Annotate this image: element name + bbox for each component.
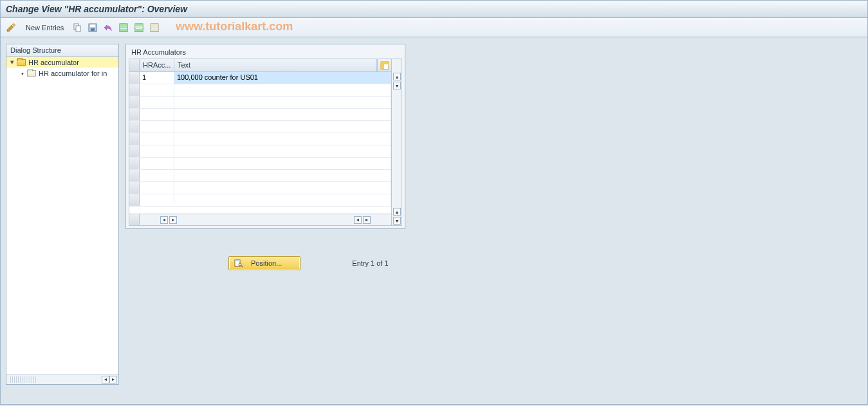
main-content: HR Accumulators HRAcc... Text 1 (125, 44, 405, 270)
scroll-left-icon[interactable]: ◂ (160, 216, 168, 224)
svg-rect-19 (381, 62, 389, 64)
cell-hracc[interactable] (140, 133, 174, 145)
row-selector[interactable] (129, 109, 140, 120)
scroll-down-icon[interactable]: ▾ (393, 217, 401, 225)
cell-hracc[interactable] (140, 145, 174, 157)
col-text-header[interactable]: Text (174, 59, 377, 71)
folder-open-icon (17, 59, 26, 66)
table-row[interactable] (129, 133, 391, 145)
table-row[interactable] (129, 158, 391, 170)
table-row[interactable]: 1 100,000 counter for US01 (129, 72, 391, 84)
table-row[interactable] (129, 121, 391, 133)
save-variant-icon[interactable] (86, 21, 99, 34)
cell-hracc[interactable] (140, 182, 174, 194)
table-row[interactable] (129, 109, 391, 121)
row-selector[interactable] (129, 84, 140, 96)
svg-point-22 (239, 263, 241, 266)
position-icon (234, 259, 243, 268)
svg-rect-12 (135, 29, 143, 31)
cell-text[interactable] (174, 84, 391, 96)
undo-icon[interactable] (102, 21, 115, 34)
cell-text[interactable] (174, 170, 391, 181)
table-row[interactable] (129, 145, 391, 158)
row-selector[interactable] (129, 182, 140, 194)
scroll-right-icon[interactable]: ▸ (363, 216, 371, 224)
svg-rect-4 (91, 28, 95, 31)
scroll-left-icon[interactable]: ◂ (354, 216, 362, 224)
cell-hracc[interactable] (140, 121, 174, 133)
row-selector[interactable] (129, 121, 140, 133)
svg-rect-10 (135, 24, 143, 26)
cell-text[interactable] (174, 194, 391, 206)
cell-hracc[interactable] (140, 158, 174, 169)
bottom-row: Position... Entry 1 of 1 (125, 256, 405, 270)
row-selector[interactable] (129, 133, 140, 145)
svg-rect-6 (120, 24, 127, 26)
dialog-structure-panel: Dialog Structure ▾ HR accumulator • HR a… (6, 44, 119, 385)
row-selector[interactable] (129, 158, 140, 169)
cell-hracc[interactable]: 1 (140, 72, 174, 84)
col-hracc-header[interactable]: HRAcc... (140, 59, 174, 71)
svg-rect-3 (90, 24, 95, 27)
svg-rect-16 (151, 29, 158, 31)
select-all-icon[interactable] (117, 21, 130, 34)
scroll-up-icon[interactable]: ▴ (393, 73, 401, 80)
table-row[interactable] (129, 182, 391, 194)
table-vscroll: ▴ ▾ ▴ ▾ (391, 59, 402, 225)
copy-icon[interactable] (71, 21, 84, 34)
position-button[interactable]: Position... (228, 256, 300, 270)
tree-bullet-icon: • (19, 69, 26, 77)
table-row[interactable] (129, 194, 391, 207)
scroll-right-icon[interactable]: ▸ (109, 376, 117, 383)
tree-item-hr-accumulator-child[interactable]: • HR accumulator for in (6, 68, 118, 78)
svg-rect-15 (151, 26, 158, 28)
cell-hracc[interactable] (140, 170, 174, 181)
new-entries-button[interactable]: New Entries (21, 22, 68, 33)
scroll-down-icon[interactable]: ▾ (393, 82, 401, 89)
cell-text[interactable] (174, 182, 391, 194)
work-area: Dialog Structure ▾ HR accumulator • HR a… (0, 37, 868, 405)
row-selector[interactable] (129, 97, 140, 108)
svg-rect-7 (120, 26, 127, 28)
edit-icon[interactable] (5, 21, 17, 34)
select-block-icon[interactable] (133, 21, 145, 34)
table-row[interactable] (129, 97, 391, 109)
tree-item-label: HR accumulator for in (39, 69, 107, 77)
table-row[interactable] (129, 84, 391, 97)
cell-text[interactable] (174, 97, 391, 108)
tree-collapse-icon[interactable]: ▾ (9, 58, 15, 66)
deselect-all-icon[interactable] (148, 21, 161, 34)
position-button-label: Position... (251, 259, 282, 267)
hr-accumulators-panel: HR Accumulators HRAcc... Text 1 (125, 44, 405, 229)
dialog-structure-tree: ▾ HR accumulator • HR accumulator for in (6, 57, 118, 374)
cell-text[interactable] (174, 121, 391, 133)
table-row[interactable] (129, 170, 391, 182)
cell-hracc[interactable] (140, 109, 174, 120)
svg-rect-14 (151, 24, 158, 26)
cell-text[interactable] (174, 133, 391, 145)
table-header: HRAcc... Text (129, 59, 391, 72)
scroll-grip-icon[interactable] (10, 376, 36, 383)
svg-rect-21 (235, 260, 240, 261)
tree-item-hr-accumulator[interactable]: ▾ HR accumulator (6, 57, 118, 68)
cell-text[interactable] (174, 158, 391, 169)
scroll-left-icon[interactable]: ◂ (102, 376, 109, 383)
cell-hracc[interactable] (140, 97, 174, 108)
cell-hracc[interactable] (140, 194, 174, 206)
cell-text[interactable] (174, 109, 391, 120)
cell-text[interactable]: 100,000 counter for US01 (174, 72, 391, 84)
page-title: Change View "HR accumulator": Overview (6, 4, 187, 14)
cell-hracc[interactable] (140, 84, 174, 96)
row-selector[interactable] (129, 145, 140, 157)
watermark: www.tutorialkart.com (176, 20, 293, 33)
scroll-right-icon[interactable]: ▸ (169, 216, 177, 224)
row-selector[interactable] (129, 170, 140, 181)
cell-text[interactable] (174, 145, 391, 157)
scroll-up-icon[interactable]: ▴ (393, 208, 401, 216)
row-selector[interactable] (129, 194, 140, 206)
svg-rect-11 (135, 26, 143, 28)
row-selector-header[interactable] (129, 59, 140, 71)
table-config-icon[interactable] (377, 59, 391, 71)
entry-counter: Entry 1 of 1 (352, 259, 388, 267)
row-selector[interactable] (129, 72, 140, 84)
